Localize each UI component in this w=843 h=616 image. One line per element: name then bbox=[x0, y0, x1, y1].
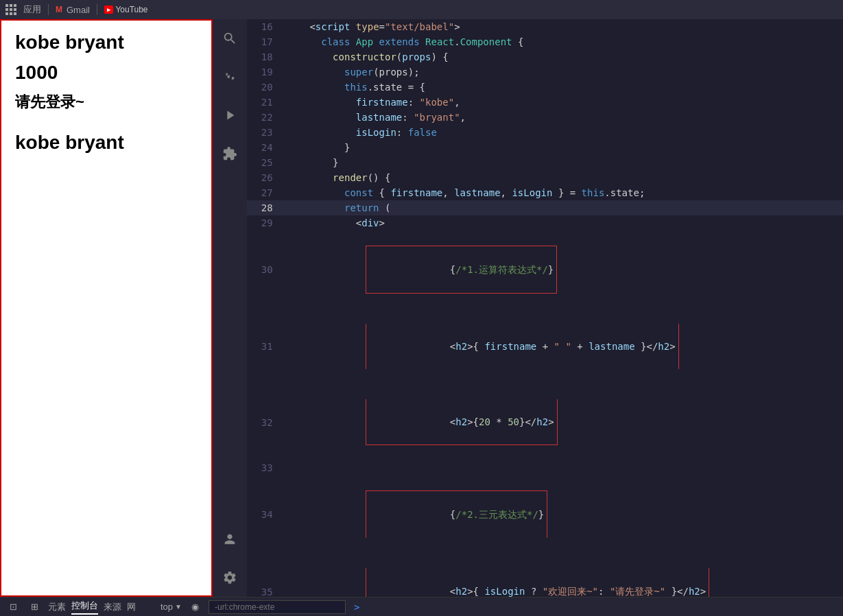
account-icon[interactable] bbox=[217, 527, 242, 552]
table-row: 35 <h2>{ isLogin ? "欢迎回来~": "请先登录~" }</h… bbox=[247, 553, 843, 597]
eye-icon: ◉ bbox=[191, 602, 199, 612]
top-label: top bbox=[161, 602, 173, 612]
preview-1000: 1000 bbox=[15, 62, 198, 84]
source-control-icon[interactable] bbox=[217, 64, 242, 89]
line-number: 34 bbox=[247, 475, 284, 553]
code-line: {/*1.运算符表达式*/} bbox=[284, 230, 843, 309]
code-line: <div> bbox=[284, 215, 843, 230]
code-line: <h2>{ isLogin ? "欢迎回来~": "请先登录~" }</h2> bbox=[284, 553, 843, 597]
console-tab-label[interactable]: 控制台 bbox=[71, 600, 98, 615]
line-number: 28 bbox=[247, 200, 284, 215]
table-row: 17 class App extends React.Component { bbox=[247, 34, 843, 49]
youtube-label: YouTube bbox=[115, 5, 147, 14]
dropdown-arrow-icon: ▼ bbox=[175, 603, 182, 611]
table-row: 20 this.state = { bbox=[247, 80, 843, 95]
code-line: } bbox=[284, 140, 843, 155]
line-number: 23 bbox=[247, 125, 284, 140]
table-row: 23 isLogin: false bbox=[247, 125, 843, 140]
table-row: 25 } bbox=[247, 155, 843, 170]
table-row: 27 const { firstname, lastname, isLogin … bbox=[247, 185, 843, 200]
eye-button[interactable]: ◉ bbox=[187, 600, 203, 613]
inspect-element-button[interactable]: ⊡ bbox=[5, 600, 21, 613]
line-number: 30 bbox=[247, 230, 284, 309]
code-line: return ( bbox=[284, 200, 843, 215]
line-number: 35 bbox=[247, 553, 284, 597]
code-line: <script type="text/babel"> bbox=[284, 19, 843, 34]
code-line: render() { bbox=[284, 170, 843, 185]
line-number: 19 bbox=[247, 64, 284, 80]
table-row: 28 return ( bbox=[247, 200, 843, 215]
settings-icon[interactable] bbox=[217, 565, 242, 590]
preview-kobe-bryant-2: kobe bryant bbox=[15, 132, 198, 154]
youtube-logo-icon: ▶ bbox=[104, 5, 113, 14]
code-line: isLogin: false bbox=[284, 125, 843, 140]
main-area: kobe bryant 1000 请先登录~ kobe bryant bbox=[0, 19, 843, 597]
preview-login-text: 请先登录~ bbox=[15, 92, 198, 112]
table-row: 31 <h2>{ firstname + " " + lastname }</h… bbox=[247, 309, 843, 384]
apps-label[interactable]: 应用 bbox=[23, 3, 41, 16]
editor-sidebar bbox=[213, 19, 247, 597]
code-line: const { firstname, lastname, isLogin } =… bbox=[284, 185, 843, 200]
code-line bbox=[284, 460, 843, 475]
divider2 bbox=[97, 4, 97, 15]
code-table: 16 <script type="text/babel"> 17 class A… bbox=[247, 19, 843, 597]
line-number: 29 bbox=[247, 215, 284, 230]
table-row: 19 super(props); bbox=[247, 64, 843, 80]
search-sidebar-icon[interactable] bbox=[217, 26, 242, 51]
table-row: 22 lastname: "bryant", bbox=[247, 110, 843, 125]
inspect-icon: ⊡ bbox=[10, 602, 17, 612]
line-number: 32 bbox=[247, 384, 284, 460]
extensions-icon[interactable] bbox=[217, 141, 242, 166]
line-number: 26 bbox=[247, 170, 284, 185]
table-row: 24 } bbox=[247, 140, 843, 155]
console-prompt: > bbox=[354, 602, 359, 613]
youtube-section[interactable]: ▶ YouTube bbox=[104, 5, 148, 14]
code-line: class App extends React.Component { bbox=[284, 34, 843, 49]
table-row: 26 render() { bbox=[247, 170, 843, 185]
line-number: 22 bbox=[247, 110, 284, 125]
preview-panel: kobe bryant 1000 请先登录~ kobe bryant bbox=[0, 19, 213, 597]
table-row: 34 {/*2.三元表达式*/} bbox=[247, 475, 843, 553]
preview-kobe-bryant-1: kobe bryant bbox=[15, 32, 198, 54]
code-line: firstname: "kobe", bbox=[284, 95, 843, 110]
code-line: {/*2.三元表达式*/} bbox=[284, 475, 843, 553]
code-line: } bbox=[284, 155, 843, 170]
filter-input[interactable] bbox=[209, 600, 346, 614]
code-line: this.state = { bbox=[284, 80, 843, 95]
sources-tab-label[interactable]: 来源 bbox=[104, 601, 121, 613]
browser-bar: 应用 M Gmail ▶ YouTube bbox=[0, 0, 843, 19]
line-number: 33 bbox=[247, 460, 284, 475]
run-debug-icon[interactable] bbox=[217, 103, 242, 128]
code-line: super(props); bbox=[284, 64, 843, 80]
apps-section: 应用 M Gmail ▶ YouTube bbox=[5, 3, 148, 16]
device-icon: ⊞ bbox=[31, 602, 38, 612]
code-line: <h2>{20 * 50}</h2> bbox=[284, 384, 843, 460]
elements-tab-label[interactable]: 元素 bbox=[48, 601, 66, 613]
code-line: lastname: "bryant", bbox=[284, 110, 843, 125]
table-row: 32 <h2>{20 * 50}</h2> bbox=[247, 384, 843, 460]
devtools-toolbar: ⊡ ⊞ 元素 控制台 来源 网 top ▼ ◉ > bbox=[0, 597, 843, 616]
line-number: 24 bbox=[247, 140, 284, 155]
code-line: <h2>{ firstname + " " + lastname }</h2> bbox=[284, 309, 843, 384]
line-number: 17 bbox=[247, 34, 284, 49]
network-tab-label[interactable]: 网 bbox=[127, 601, 136, 613]
table-row: 30 {/*1.运算符表达式*/} bbox=[247, 230, 843, 309]
line-number: 16 bbox=[247, 19, 284, 34]
line-number: 18 bbox=[247, 49, 284, 64]
table-row: 33 bbox=[247, 460, 843, 475]
apps-grid-icon[interactable] bbox=[5, 4, 16, 15]
device-toggle-button[interactable]: ⊞ bbox=[27, 600, 43, 613]
line-number: 27 bbox=[247, 185, 284, 200]
gmail-label[interactable]: Gmail bbox=[67, 5, 90, 15]
gmail-icon: M bbox=[56, 5, 62, 14]
spacer bbox=[15, 121, 198, 126]
frame-selector[interactable]: top ▼ bbox=[161, 602, 182, 612]
code-line: constructor(props) { bbox=[284, 49, 843, 64]
line-number: 21 bbox=[247, 95, 284, 110]
line-number: 20 bbox=[247, 80, 284, 95]
line-number: 25 bbox=[247, 155, 284, 170]
code-editor[interactable]: 16 <script type="text/babel"> 17 class A… bbox=[247, 19, 843, 597]
line-number: 31 bbox=[247, 309, 284, 384]
table-row: 18 constructor(props) { bbox=[247, 49, 843, 64]
table-row: 21 firstname: "kobe", bbox=[247, 95, 843, 110]
